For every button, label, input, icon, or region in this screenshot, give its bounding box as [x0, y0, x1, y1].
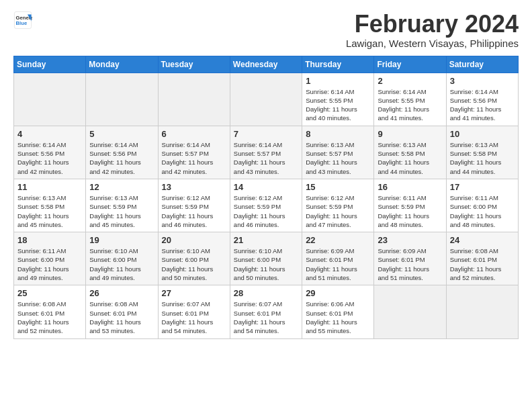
calendar-day: [14, 73, 86, 126]
logo: General Blue: [13, 11, 32, 30]
day-number: 5: [89, 129, 154, 139]
day-info: Sunrise: 6:13 AM Sunset: 5:58 PM Dayligh…: [450, 140, 515, 176]
location: Lawigan, Western Visayas, Philippines: [346, 38, 519, 49]
calendar-day: 21Sunrise: 6:10 AM Sunset: 6:00 PM Dayli…: [230, 232, 302, 285]
calendar-day: 9Sunrise: 6:13 AM Sunset: 5:58 PM Daylig…: [374, 126, 446, 179]
day-number: 8: [306, 129, 370, 139]
day-info: Sunrise: 6:08 AM Sunset: 6:01 PM Dayligh…: [17, 300, 82, 335]
calendar-day: [158, 73, 230, 126]
day-info: Sunrise: 6:09 AM Sunset: 6:01 PM Dayligh…: [378, 246, 442, 282]
calendar-week-1: 1Sunrise: 6:14 AM Sunset: 5:55 PM Daylig…: [14, 73, 519, 126]
day-info: Sunrise: 6:12 AM Sunset: 5:59 PM Dayligh…: [162, 193, 226, 229]
day-number: 10: [450, 129, 515, 139]
calendar-week-2: 4Sunrise: 6:14 AM Sunset: 5:56 PM Daylig…: [14, 126, 519, 179]
day-info: Sunrise: 6:13 AM Sunset: 5:58 PM Dayligh…: [378, 140, 442, 176]
calendar-day: [230, 73, 302, 126]
calendar-day: 3Sunrise: 6:14 AM Sunset: 5:56 PM Daylig…: [446, 73, 518, 126]
day-number: 19: [89, 235, 154, 245]
weekday-header-row: SundayMondayTuesdayWednesdayThursdayFrid…: [14, 56, 519, 73]
day-number: 23: [378, 235, 442, 245]
weekday-header-friday: Friday: [374, 56, 446, 73]
day-info: Sunrise: 6:12 AM Sunset: 5:59 PM Dayligh…: [234, 193, 298, 229]
day-info: Sunrise: 6:14 AM Sunset: 5:57 PM Dayligh…: [234, 140, 298, 176]
day-number: 13: [162, 182, 226, 192]
day-info: Sunrise: 6:13 AM Sunset: 5:58 PM Dayligh…: [17, 193, 82, 229]
day-number: 18: [17, 235, 82, 245]
calendar-day: 28Sunrise: 6:07 AM Sunset: 6:01 PM Dayli…: [230, 285, 302, 338]
day-info: Sunrise: 6:14 AM Sunset: 5:55 PM Dayligh…: [378, 87, 442, 123]
svg-text:Blue: Blue: [16, 20, 28, 26]
day-number: 22: [306, 235, 370, 245]
title-area: February 2024 Lawigan, Western Visayas, …: [346, 11, 519, 49]
header: General Blue February 2024 Lawigan, West…: [13, 11, 519, 49]
day-number: 4: [17, 129, 82, 139]
day-info: Sunrise: 6:14 AM Sunset: 5:56 PM Dayligh…: [17, 140, 82, 176]
calendar-day: 6Sunrise: 6:14 AM Sunset: 5:57 PM Daylig…: [158, 126, 230, 179]
calendar-table: SundayMondayTuesdayWednesdayThursdayFrid…: [13, 56, 519, 339]
calendar-week-4: 18Sunrise: 6:11 AM Sunset: 6:00 PM Dayli…: [14, 232, 519, 285]
calendar-day: 19Sunrise: 6:10 AM Sunset: 6:00 PM Dayli…: [86, 232, 158, 285]
day-info: Sunrise: 6:14 AM Sunset: 5:56 PM Dayligh…: [89, 140, 154, 176]
day-number: 15: [306, 182, 370, 192]
day-info: Sunrise: 6:09 AM Sunset: 6:01 PM Dayligh…: [306, 246, 370, 282]
weekday-header-sunday: Sunday: [14, 56, 86, 73]
day-number: 11: [17, 182, 82, 192]
day-number: 20: [162, 235, 226, 245]
day-info: Sunrise: 6:14 AM Sunset: 5:55 PM Dayligh…: [306, 87, 370, 123]
day-info: Sunrise: 6:13 AM Sunset: 5:59 PM Dayligh…: [89, 193, 154, 229]
day-info: Sunrise: 6:11 AM Sunset: 6:00 PM Dayligh…: [450, 193, 515, 229]
day-info: Sunrise: 6:14 AM Sunset: 5:56 PM Dayligh…: [450, 87, 515, 123]
calendar-day: 12Sunrise: 6:13 AM Sunset: 5:59 PM Dayli…: [86, 179, 158, 232]
calendar-day: 24Sunrise: 6:08 AM Sunset: 6:01 PM Dayli…: [446, 232, 518, 285]
weekday-header-tuesday: Tuesday: [158, 56, 230, 73]
calendar-day: [374, 285, 446, 338]
day-number: 3: [450, 76, 515, 86]
day-info: Sunrise: 6:11 AM Sunset: 6:00 PM Dayligh…: [17, 246, 82, 282]
calendar-day: 2Sunrise: 6:14 AM Sunset: 5:55 PM Daylig…: [374, 73, 446, 126]
calendar-day: 22Sunrise: 6:09 AM Sunset: 6:01 PM Dayli…: [302, 232, 374, 285]
day-number: 24: [450, 235, 515, 245]
day-info: Sunrise: 6:08 AM Sunset: 6:01 PM Dayligh…: [89, 300, 154, 335]
day-number: 7: [234, 129, 298, 139]
day-number: 16: [378, 182, 442, 192]
day-info: Sunrise: 6:07 AM Sunset: 6:01 PM Dayligh…: [162, 300, 226, 335]
day-info: Sunrise: 6:10 AM Sunset: 6:00 PM Dayligh…: [162, 246, 226, 282]
day-number: 29: [306, 288, 370, 298]
weekday-header-monday: Monday: [86, 56, 158, 73]
weekday-header-saturday: Saturday: [446, 56, 518, 73]
day-info: Sunrise: 6:08 AM Sunset: 6:01 PM Dayligh…: [450, 246, 515, 282]
calendar-day: 14Sunrise: 6:12 AM Sunset: 5:59 PM Dayli…: [230, 179, 302, 232]
calendar-day: 16Sunrise: 6:11 AM Sunset: 5:59 PM Dayli…: [374, 179, 446, 232]
day-number: 1: [306, 76, 370, 86]
month-year: February 2024: [346, 11, 519, 38]
day-info: Sunrise: 6:07 AM Sunset: 6:01 PM Dayligh…: [234, 300, 298, 335]
day-number: 17: [450, 182, 515, 192]
calendar-week-3: 11Sunrise: 6:13 AM Sunset: 5:58 PM Dayli…: [14, 179, 519, 232]
day-number: 6: [162, 129, 226, 139]
day-number: 26: [89, 288, 154, 298]
calendar-day: [446, 285, 518, 338]
calendar-day: 27Sunrise: 6:07 AM Sunset: 6:01 PM Dayli…: [158, 285, 230, 338]
calendar-day: 25Sunrise: 6:08 AM Sunset: 6:01 PM Dayli…: [14, 285, 86, 338]
day-info: Sunrise: 6:10 AM Sunset: 6:00 PM Dayligh…: [89, 246, 154, 282]
day-info: Sunrise: 6:10 AM Sunset: 6:00 PM Dayligh…: [234, 246, 298, 282]
day-info: Sunrise: 6:13 AM Sunset: 5:57 PM Dayligh…: [306, 140, 370, 176]
day-info: Sunrise: 6:12 AM Sunset: 5:59 PM Dayligh…: [306, 193, 370, 229]
calendar-day: 29Sunrise: 6:06 AM Sunset: 6:01 PM Dayli…: [302, 285, 374, 338]
calendar-day: 20Sunrise: 6:10 AM Sunset: 6:00 PM Dayli…: [158, 232, 230, 285]
calendar-day: [86, 73, 158, 126]
day-number: 27: [162, 288, 226, 298]
day-info: Sunrise: 6:11 AM Sunset: 5:59 PM Dayligh…: [378, 193, 442, 229]
logo-icon: General Blue: [13, 11, 32, 30]
day-number: 21: [234, 235, 298, 245]
weekday-header-wednesday: Wednesday: [230, 56, 302, 73]
calendar-day: 23Sunrise: 6:09 AM Sunset: 6:01 PM Dayli…: [374, 232, 446, 285]
calendar-week-5: 25Sunrise: 6:08 AM Sunset: 6:01 PM Dayli…: [14, 285, 519, 338]
day-number: 25: [17, 288, 82, 298]
calendar-day: 5Sunrise: 6:14 AM Sunset: 5:56 PM Daylig…: [86, 126, 158, 179]
calendar-day: 7Sunrise: 6:14 AM Sunset: 5:57 PM Daylig…: [230, 126, 302, 179]
calendar-day: 10Sunrise: 6:13 AM Sunset: 5:58 PM Dayli…: [446, 126, 518, 179]
calendar-day: 18Sunrise: 6:11 AM Sunset: 6:00 PM Dayli…: [14, 232, 86, 285]
calendar-day: 15Sunrise: 6:12 AM Sunset: 5:59 PM Dayli…: [302, 179, 374, 232]
day-info: Sunrise: 6:14 AM Sunset: 5:57 PM Dayligh…: [162, 140, 226, 176]
